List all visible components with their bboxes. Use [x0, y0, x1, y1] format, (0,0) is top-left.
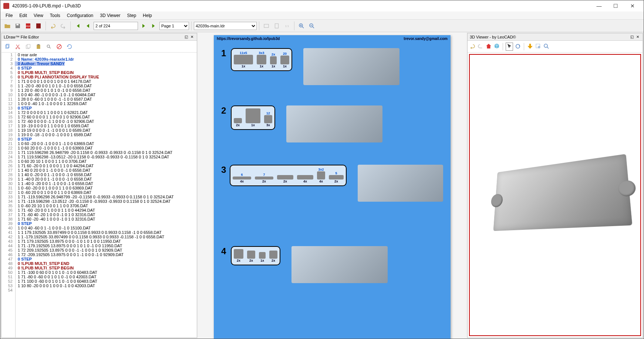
- assembly-image[interactable]: [303, 48, 399, 85]
- menu-tools[interactable]: Tools: [47, 12, 63, 19]
- viewer-undo-icon[interactable]: [469, 43, 476, 50]
- code-line[interactable]: 511 71 -80 0 -60 0 0 1 0 1 0 -1 0 0 4200…: [1, 275, 197, 279]
- dock-viewer-icon[interactable]: ◱: [629, 34, 634, 40]
- menu-configuration[interactable]: Configuration: [64, 12, 96, 19]
- code-line[interactable]: 50 !LPUB MULTI_STEP BEGIN: [1, 70, 197, 75]
- prev-page-icon[interactable]: [83, 21, 93, 31]
- menu-help[interactable]: Help: [140, 12, 155, 19]
- code-line[interactable]: 321 0 -60 20 0 0 1 0 0 0 1 1 0 0 63869.D…: [1, 190, 197, 195]
- zoom-in-icon[interactable]: [297, 21, 306, 31]
- code-line[interactable]: 71 71 0 0 0 0 1 0 0 0 1 0 0 0 1 64178.DA…: [1, 79, 197, 84]
- redo-icon[interactable]: [58, 21, 68, 31]
- pli-box[interactable]: 11x51x3x31x2x1x201x: [231, 48, 292, 71]
- code-line[interactable]: 381 71 60 -20 -40 1 0 0 0 -1 0 1 0 32316…: [1, 217, 197, 221]
- pli-box[interactable]: 64x72x2x4x3x24x52x: [230, 165, 347, 186]
- export-pdf2-icon[interactable]: [34, 21, 43, 31]
- code-line[interactable]: 40 STEP: [1, 66, 197, 70]
- code-line[interactable]: 301 1 -40 0 -20 0 0 1 -1 0 0 0 -1 0 6558…: [1, 181, 197, 186]
- code-line[interactable]: 60 !LPUB PLI ANNOTATION DISPLAY TRUE: [1, 75, 197, 79]
- code-line[interactable]: 54: [1, 288, 197, 292]
- code-editor[interactable]: 10 rear axle20 Name: 42039s-rearaxle1.ld…: [1, 53, 197, 338]
- dock-icon[interactable]: ◱: [183, 34, 189, 40]
- code-line[interactable]: 81 1 -20 0 -80 0 0 1 0 1 0 -1 0 0 6558.D…: [1, 84, 197, 88]
- close-panel-icon[interactable]: ✕: [189, 34, 195, 40]
- code-line[interactable]: 361 71 -60 -20 0 0 1 0 0 0 1 1 0 0 44294…: [1, 208, 197, 212]
- refresh-icon[interactable]: [65, 42, 74, 51]
- last-page-icon[interactable]: [149, 21, 159, 31]
- viewer-canvas[interactable]: [469, 54, 641, 336]
- actual-size-icon[interactable]: 1:1: [282, 21, 292, 31]
- pan-icon[interactable]: [527, 43, 533, 50]
- viewer-redo-icon[interactable]: [477, 43, 484, 50]
- copy2-icon[interactable]: [24, 42, 33, 51]
- code-line[interactable]: 390 STEP: [1, 221, 197, 226]
- code-line[interactable]: 151 72 60 0 0 0 0 1 1 0 0 0 1 0 92906.DA…: [1, 115, 197, 119]
- code-line[interactable]: 470 STEP: [1, 257, 197, 261]
- export-pdf-icon[interactable]: PDF: [23, 21, 33, 31]
- code-line[interactable]: 271 1 40 0 20 0 0 1 -1 0 0 0 -1 0 6558.D…: [1, 168, 197, 172]
- home-icon[interactable]: [485, 43, 492, 50]
- zoom-out-icon[interactable]: [307, 21, 317, 31]
- code-line[interactable]: 490 !LPUB MULTI_STEP BEGIN: [1, 266, 197, 270]
- code-line[interactable]: 341 71 -119.596298 -13.0512 -20 -0.1158 …: [1, 199, 197, 204]
- code-line[interactable]: 281 1 40 0 -20 0 0 1 -1 0 0 0 -1 0 6558.…: [1, 172, 197, 177]
- code-line[interactable]: 251 0 60 20 10 1 0 0 0 1 1 0 0 3706.DAT: [1, 159, 197, 164]
- code-line[interactable]: 241 71 119.596298 -13.0512 -20 0.1158 0 …: [1, 155, 197, 159]
- model-select[interactable]: 42039s-main.ldr: [194, 22, 257, 30]
- close-viewer-icon[interactable]: ✕: [635, 34, 640, 40]
- code-line[interactable]: 91 1 20 0 -80 0 0 1 0 1 0 -1 0 0 6558.DA…: [1, 88, 197, 93]
- copy-icon[interactable]: [3, 42, 12, 51]
- code-line[interactable]: 480 !LPUB MULTI_STEP END: [1, 261, 197, 266]
- code-line[interactable]: 331 71 -119.596298 26.948799 -20 -0.1158…: [1, 195, 197, 199]
- code-line[interactable]: 161 72 -60 0 0 0 0 -1 1 0 0 0 -1 0 92906…: [1, 119, 197, 124]
- menu-view[interactable]: View: [31, 12, 46, 19]
- zoom-region-icon[interactable]: [535, 43, 542, 50]
- code-line[interactable]: 111 28 0 0 -60 0 1 0 0 0 -1 -1 0 0 6587.…: [1, 97, 197, 101]
- code-line[interactable]: 261 71 60 -20 0 0 1 0 0 0 1 1 0 0 44294.…: [1, 164, 197, 168]
- fit-page-icon[interactable]: [272, 21, 281, 31]
- page-counter-input[interactable]: [94, 22, 138, 30]
- assembly-image[interactable]: [358, 165, 443, 202]
- menu-file[interactable]: File: [3, 12, 16, 19]
- code-line[interactable]: 181 19 19 0 0 0 0 -1 -1 0 0 0 1 0 6589.D…: [1, 128, 197, 132]
- code-line[interactable]: 171 19 -19 0 0 0 0 1 1 0 0 0 1 0 6589.DA…: [1, 124, 197, 128]
- fit-width-icon[interactable]: [262, 21, 271, 31]
- code-line[interactable]: 431 71 179.192505 13.8975 0 0 0 -1 0 1 0…: [1, 239, 197, 244]
- page-select[interactable]: Page 1: [159, 22, 189, 30]
- code-line[interactable]: 30 Author: Trevor SANDY: [1, 61, 197, 66]
- code-line[interactable]: 130 STEP: [1, 106, 197, 110]
- code-line[interactable]: 521 71 100 0 -60 0 0 1 0 1 0 -1 0 0 6048…: [1, 279, 197, 283]
- code-line[interactable]: 291 1 -40 0 20 0 0 1 -1 0 0 0 -1 0 6558.…: [1, 177, 197, 181]
- cut-icon[interactable]: [13, 42, 22, 51]
- rotate-icon[interactable]: [515, 43, 521, 50]
- code-line[interactable]: 441 71 -179.192505 13.8975 0 0 0 1 0 1 0…: [1, 244, 197, 248]
- assembly-image[interactable]: [291, 246, 388, 283]
- menu-3d-viewer[interactable]: 3D Viewer: [97, 12, 123, 19]
- save-icon[interactable]: [13, 21, 23, 31]
- cube-icon[interactable]: [493, 43, 500, 50]
- find-icon[interactable]: [44, 42, 53, 51]
- zoom-extents-icon[interactable]: [543, 43, 550, 50]
- code-line[interactable]: 311 0 -60 -20 0 0 1 0 0 0 1 1 0 0 63869.…: [1, 186, 197, 190]
- menu-step[interactable]: Step: [124, 12, 139, 19]
- code-line[interactable]: 401 0 0 40 -60 0 1 -1 0 0 0 -1 0 15100.D…: [1, 226, 197, 230]
- code-line[interactable]: 200 STEP: [1, 137, 197, 141]
- undo-icon[interactable]: [48, 21, 58, 31]
- code-line[interactable]: 371 71 -60 40 -20 1 0 0 0 -1 0 1 0 32316…: [1, 212, 197, 217]
- open-icon[interactable]: [3, 21, 12, 31]
- code-line[interactable]: 411 1 179.192505 33.897499 0 0 0.1158 0.…: [1, 230, 197, 235]
- close-button[interactable]: ✕: [624, 1, 641, 11]
- code-line[interactable]: 10 rear axle: [1, 53, 197, 57]
- code-line[interactable]: 501 71 -100 0 60 0 0 1 0 1 0 -1 0 0 6048…: [1, 270, 197, 275]
- code-line[interactable]: 20 Name: 42039s-rearaxle1.ldr: [1, 57, 197, 61]
- code-line[interactable]: 421 1 -179.192505 33.897499 0 0 0.1158 0…: [1, 235, 197, 239]
- code-line[interactable]: 101 0 0 40 -80 -1 0 0 0 0 -1 0 -1 0 6048…: [1, 93, 197, 97]
- menu-edit[interactable]: Edit: [16, 12, 30, 19]
- pli-box[interactable]: 2x2x1x2x: [231, 246, 280, 265]
- code-line[interactable]: 351 0 -60 20 10 1 0 0 0 1 1 0 0 3706.DAT: [1, 204, 197, 208]
- instruction-page[interactable]: https://trevorsandy.github.io/lpub3d tre…: [214, 35, 451, 339]
- code-line[interactable]: 221 0 60 20 0 0 -1 0 0 0 1 -1 0 0 63869.…: [1, 146, 197, 150]
- code-line[interactable]: 191 19 0 0 -18 -1 0 0 0 -1 0 0 0 1 6589.…: [1, 132, 197, 137]
- code-line[interactable]: 461 72 -209.192505 13.8975 0 0 0 1 -1 0 …: [1, 252, 197, 257]
- code-line[interactable]: 211 0 60 -20 0 0 -1 0 0 0 1 -1 0 0 63869…: [1, 141, 197, 146]
